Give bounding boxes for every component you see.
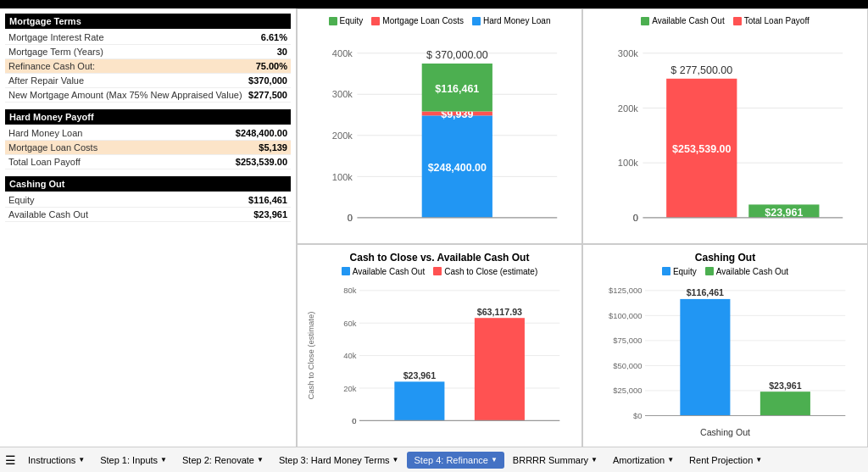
data-label-0-1: Mortgage Term (Years) [8,47,103,57]
title-bar [0,0,868,8]
left-panel: Mortgage TermsMortgage Interest Rate6.61… [0,8,297,447]
svg-text:100k: 100k [618,158,638,168]
legend-label: Total Loan Payoff [744,16,810,25]
svg-text:100k: 100k [332,172,353,182]
svg-text:$248,400.00: $248,400.00 [428,162,487,174]
data-label-2-1: Available Cash Out [8,209,88,219]
legend-label: Hard Money Loan [483,16,551,25]
legend-color-dot [342,267,350,275]
legend-label: Available Cash Out [652,16,724,25]
main-container: Mortgage TermsMortgage Interest Rate6.61… [0,0,868,472]
data-value-1-2: $253,539.00 [236,157,287,167]
data-label-0-4: New Mortgage Amount (Max 75% New Apprais… [8,90,242,100]
legend-item: Equity [662,267,697,276]
svg-text:300k: 300k [618,48,638,58]
nav-item-dropdown-4: ▼ [491,456,498,464]
svg-text:$50,000: $50,000 [613,361,642,370]
legend-color-dot [329,17,337,25]
svg-text:$23,961: $23,961 [403,370,436,380]
svg-rect-63 [680,299,730,416]
svg-text:$ 370,000.00: $ 370,000.00 [426,49,488,61]
nav-item-7[interactable]: Rent Projection ▼ [682,452,769,469]
chart3-legend: Available Cash OutCash to Close (estimat… [304,267,575,276]
svg-text:0: 0 [352,416,356,425]
svg-text:Cashing Out: Cashing Out [700,427,750,437]
data-value-0-1: 30 [277,47,287,57]
nav-item-dropdown-7: ▼ [755,456,762,464]
chart4-title: Cashing Out [590,252,860,264]
legend-label: Cash to Close (estimate) [444,267,537,276]
legend-item: Equity [329,16,364,25]
legend-item: Total Loan Payoff [733,16,810,25]
data-label-1-2: Total Loan Payoff [8,157,81,167]
chart1-svg-container: 0100k200k300k400k$248,400.00$9,939$116,4… [304,29,575,236]
data-row-0-3: After Repair Value$370,000 [5,74,291,88]
svg-text:$116,461: $116,461 [435,83,479,95]
nav-item-dropdown-3: ▼ [392,456,399,464]
legend-color-dot [371,17,380,25]
section-header-0: Mortgage Terms [5,14,291,29]
nav-item-label-3: Step 3: Hard Money Terms [279,455,390,465]
svg-text:40k: 40k [343,351,356,360]
data-label-1-0: Hard Money Loan [8,128,82,138]
nav-item-2[interactable]: Step 2: Renovate ▼ [175,452,270,469]
nav-item-label-4: Step 4: Refinance [414,455,487,465]
svg-text:80k: 80k [343,286,356,295]
svg-text:$125,000: $125,000 [609,286,642,295]
legend-label: Equity [673,267,697,276]
nav-item-0[interactable]: Instructions ▼ [21,452,92,469]
data-row-2-0: Equity$116,461 [5,193,291,208]
nav-item-label-6: Amortization [613,455,665,465]
data-row-0-4: New Mortgage Amount (Max 75% New Apprais… [5,88,291,103]
data-label-0-3: After Repair Value [8,75,84,86]
svg-text:$0: $0 [633,411,643,420]
nav-item-1[interactable]: Step 1: Inputs ▼ [93,452,174,469]
chart-panel-1: EquityMortgage Loan CostsHard Money Loan… [297,8,582,244]
data-label-1-1: Mortgage Loan Costs [8,142,97,153]
legend-color-dot [472,17,481,25]
data-value-0-3: $370,000 [248,75,287,86]
nav-items-container: Instructions ▼Step 1: Inputs ▼Step 2: Re… [21,452,769,469]
legend-item: Available Cash Out [705,267,788,276]
legend-color-dot [641,17,649,25]
svg-text:$116,461: $116,461 [687,287,724,297]
nav-item-3[interactable]: Step 3: Hard Money Terms ▼ [272,452,406,469]
svg-text:20k: 20k [343,383,356,392]
data-value-1-1: $5,139 [259,142,287,153]
svg-text:$253,539.00: $253,539.00 [672,143,731,155]
legend-color-dot [662,267,670,275]
data-label-0-2: Refinance Cash Out: [8,61,95,71]
nav-item-dropdown-0: ▼ [78,456,85,464]
nav-item-5[interactable]: BRRRR Summary ▼ [506,452,604,469]
svg-text:$63,117.93: $63,117.93 [477,306,522,316]
nav-item-4[interactable]: Step 4: Refinance ▼ [407,452,504,469]
nav-bar: ☰ Instructions ▼Step 1: Inputs ▼Step 2: … [0,447,868,472]
chart2-legend: Available Cash OutTotal Loan Payoff [590,16,860,25]
chart4-svg-container: $0$25,000$50,000$75,000$100,000$125,000$… [590,280,860,441]
svg-text:200k: 200k [332,130,353,141]
svg-rect-47 [475,318,525,420]
data-value-1-0: $248,400.00 [236,128,287,138]
data-row-1-0: Hard Money Loan$248,400.00 [5,126,291,141]
svg-text:$100,000: $100,000 [609,311,642,320]
svg-text:$23,961: $23,961 [765,207,803,219]
data-label-2-0: Equity [8,195,35,205]
data-row-0-2: Refinance Cash Out:75.00% [5,59,291,74]
chart4-legend: EquityAvailable Cash Out [590,267,860,276]
chart1-legend: EquityMortgage Loan CostsHard Money Loan [304,16,575,25]
legend-label: Available Cash Out [353,267,425,276]
svg-rect-45 [394,381,444,420]
svg-text:$75,000: $75,000 [613,336,642,345]
svg-rect-65 [760,391,810,415]
svg-text:400k: 400k [332,48,353,58]
nav-item-label-5: BRRRR Summary [513,455,588,465]
charts-area: EquityMortgage Loan CostsHard Money Loan… [297,8,868,447]
hamburger-icon[interactable]: ☰ [5,453,16,467]
legend-label: Available Cash Out [716,267,788,276]
data-value-2-0: $116,461 [248,195,287,205]
section-header-1: Hard Money Payoff [5,109,291,125]
svg-text:$ 277,500.00: $ 277,500.00 [670,64,732,76]
nav-item-6[interactable]: Amortization ▼ [606,452,681,469]
chart-panel-4: Cashing Out EquityAvailable Cash Out $0$… [582,244,868,447]
data-row-2-1: Available Cash Out$23,961 [5,208,291,222]
